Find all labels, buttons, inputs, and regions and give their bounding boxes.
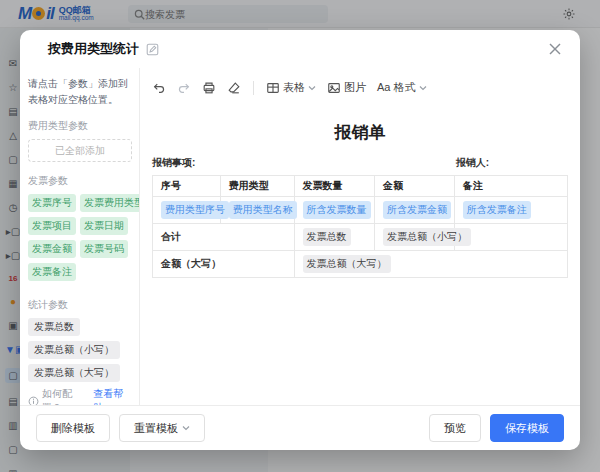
placed-param-tag[interactable]: 所含发票数量 [303,201,371,219]
caps-label-cell[interactable]: 金额（大写） [153,251,295,278]
help-link[interactable]: 查看帮助 [93,387,132,405]
modal-title: 按费用类型统计 [48,40,139,58]
param-tag[interactable]: 发票备注 [28,263,76,281]
placed-param-tag[interactable]: 所含发票金额 [383,201,451,219]
insert-image-button[interactable]: 图片 [325,78,368,97]
format-button[interactable]: Aa 格式 [375,78,429,97]
modal-footer: 删除模板 重置模板 预览 保存模板 [20,405,580,450]
total-row: 合计 发票总数 发票总额（小写） [153,224,568,251]
modal-header: 按费用类型统计 [20,30,580,68]
stats-params-label: 统计参数 [28,298,132,312]
total-amount-cell[interactable]: 发票总额（小写） [375,224,455,251]
placed-stat-tag[interactable]: 发票总数 [303,228,351,246]
rename-pencil-icon[interactable] [146,43,159,56]
image-button-label: 图片 [344,80,366,95]
clear-format-button[interactable] [225,79,243,97]
header-cell: 金额 [375,176,455,197]
placed-param-tag[interactable]: 所含发票备注 [463,201,531,219]
stat-tag[interactable]: 发票总数 [28,318,80,336]
param-cell[interactable]: 所含发票数量 [294,197,375,224]
items-label: 报销事项: [152,157,195,168]
param-tag[interactable]: 发票号码 [80,240,128,258]
editor-toolbar: 表格 图片 Aa 格式 [140,68,580,103]
param-row: 费用类型序号 费用类型名称 所含发票数量 所含发票金额 所含发票备注 [153,197,568,224]
redo-icon [177,81,191,95]
delete-template-label: 删除模板 [51,421,95,436]
format-button-label: Aa 格式 [377,80,416,95]
header-cell: 备注 [454,176,567,197]
save-template-button[interactable]: 保存模板 [490,414,564,442]
redo-button[interactable] [175,79,193,97]
printer-icon [202,81,216,95]
param-cell[interactable]: 所含发票备注 [454,197,567,224]
stat-tag[interactable]: 发票总额（大写） [28,364,120,382]
param-tag[interactable]: 发票项目 [28,217,76,235]
chevron-down-icon [182,425,190,431]
category-params-label: 费用类型参数 [28,119,132,133]
undo-icon [152,81,166,95]
param-tag[interactable]: 发票金额 [28,240,76,258]
chevron-down-icon [308,85,316,91]
placed-param-tag[interactable]: 费用类型序号 [161,201,229,219]
param-tag[interactable]: 发票序号 [28,194,76,212]
chevron-down-icon [419,85,427,91]
table-header-row: 序号 费用类型 发票数量 金额 备注 [153,176,568,197]
template-editor-modal: 按费用类型统计 请点击「参数」添加到表格对应空格位置。 费用类型参数 已全部添加… [20,30,580,450]
param-cell[interactable]: 费用类型序号 [153,197,221,224]
all-added-box: 已全部添加 [28,139,132,162]
person-label: 报销人: [456,156,489,170]
info-icon [28,396,39,406]
help-question: 如何配置？ [42,387,90,405]
insert-table-button[interactable]: 表格 [264,78,318,97]
table-icon [266,81,280,95]
param-cell[interactable]: 费用类型名称 [220,197,294,224]
template-editor: 表格 图片 Aa 格式 报销单 报销事项: 报销人: [140,68,580,405]
empty-cell[interactable] [454,224,567,251]
total-label-cell[interactable]: 合计 [153,224,295,251]
close-icon[interactable] [546,40,564,58]
param-tag[interactable]: 发票日期 [80,217,128,235]
preview-button[interactable]: 预览 [429,414,481,442]
parameters-panel: 请点击「参数」添加到表格对应空格位置。 费用类型参数 已全部添加 发票参数 发票… [20,68,140,405]
undo-button[interactable] [150,79,168,97]
reset-template-button[interactable]: 重置模板 [119,414,205,442]
preview-label: 预览 [444,421,466,436]
caps-row: 金额（大写） 发票总额（大写） [153,251,568,278]
placed-param-tag[interactable]: 费用类型名称 [229,201,297,219]
stat-tag[interactable]: 发票总额（小写） [28,341,120,359]
expense-table: 序号 费用类型 发票数量 金额 备注 费用类型序号 费用类型名称 所含发票数量 … [152,175,568,278]
placed-stat-tag[interactable]: 发票总额（小写） [383,228,471,246]
param-tag[interactable]: 发票费用类型 [80,194,140,212]
document-canvas[interactable]: 报销单 报销事项: 报销人: 序号 费用类型 发票数量 金额 备注 费用类 [140,103,580,405]
invoice-params-label: 发票参数 [28,174,132,188]
total-count-cell[interactable]: 发票总数 [294,224,375,251]
save-template-label: 保存模板 [505,421,549,436]
header-cell: 费用类型 [220,176,294,197]
print-button[interactable] [200,79,218,97]
header-cell: 发票数量 [294,176,375,197]
document-title: 报销单 [152,121,568,144]
reset-template-label: 重置模板 [134,421,178,436]
placed-stat-tag[interactable]: 发票总额（大写） [303,255,391,273]
table-button-label: 表格 [283,80,305,95]
image-icon [327,81,341,95]
toolbar-divider [253,81,254,95]
panel-instruction: 请点击「参数」添加到表格对应空格位置。 [28,76,132,107]
header-cell: 序号 [153,176,221,197]
delete-template-button[interactable]: 删除模板 [36,414,110,442]
caps-amount-cell[interactable]: 发票总额（大写） [294,251,568,278]
eraser-icon [227,81,241,95]
param-cell[interactable]: 所含发票金额 [375,197,455,224]
document-labels: 报销事项: 报销人: [152,156,568,172]
